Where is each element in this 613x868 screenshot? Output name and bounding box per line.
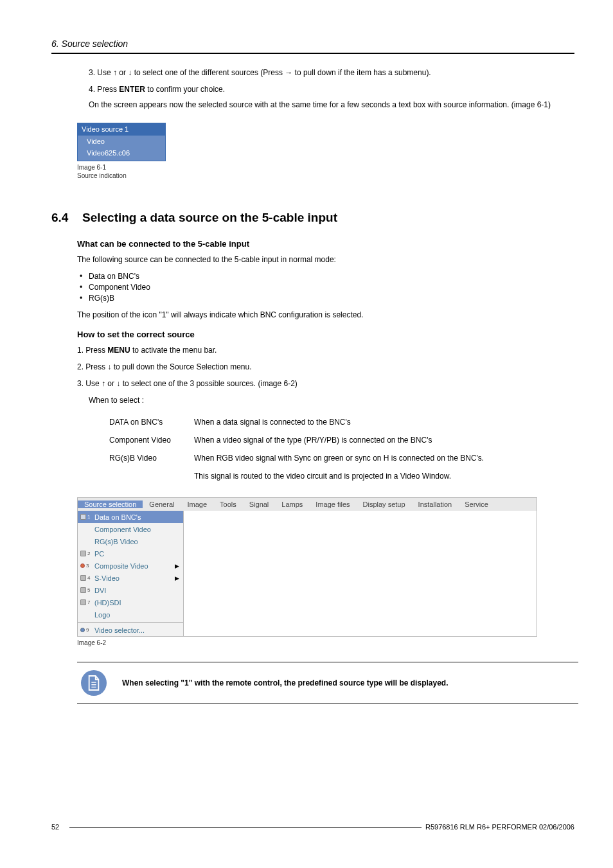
diagram-line-1: Video	[78, 136, 165, 147]
how-steps: 1. Press MENU to activate the menu bar. …	[77, 344, 574, 389]
dd-hdsdi[interactable]: 7 (HD)SDI	[78, 596, 183, 608]
step-4-sub: On the screen appears now the selected s…	[89, 99, 574, 111]
dd-rgsb-video[interactable]: RG(s)B Video	[78, 535, 183, 547]
footer-doc-id: R5976816 RLM R6+ PERFORMER 02/06/2006	[425, 823, 574, 831]
dd-pc[interactable]: 2 PC	[78, 547, 183, 560]
bullet-2: Component Video	[89, 283, 574, 292]
dd-label: (HD)SDI	[94, 599, 179, 607]
subhead-what: What can be connected to the 5-cable inp…	[77, 239, 574, 249]
cell-rgsb-desc: When RGB video signal with Sync on green…	[194, 450, 497, 466]
step-3: 3. Use ↑ or ↓ to select one of the diffe…	[89, 67, 574, 78]
cell-data-bnc: DATA on BNC's	[109, 414, 193, 430]
dd-label: Logo	[94, 611, 179, 619]
dd-label: S-Video	[94, 574, 175, 582]
caption-6-1-desc: Source indication	[77, 172, 127, 179]
steps-continued: 3. Use ↑ or ↓ to select one of the diffe…	[89, 67, 574, 111]
menu-installation[interactable]: Installation	[412, 500, 459, 508]
how-step-3: 3. Use ↑ or ↓ to select one of the 3 pos…	[77, 378, 574, 389]
step-4-enter: ENTER	[119, 85, 145, 94]
what-intro: The following source can be connected to…	[77, 254, 574, 265]
caption-6-1: Image 6-1 Source indication	[77, 164, 574, 180]
how-s1-c: to activate the menu bar.	[130, 346, 217, 355]
dd-video-selector[interactable]: 9 Video selector...	[78, 624, 183, 636]
dd-label: Composite Video	[94, 562, 175, 570]
divider	[51, 53, 574, 54]
heading-title: Selecting a data source on the 5-cable i…	[82, 211, 337, 224]
dd-label: Video selector...	[94, 626, 179, 634]
menu-source-selection[interactable]: Source selection	[78, 500, 143, 508]
how-step-2: 2. Press ↓ to pull down the Source Selec…	[77, 361, 574, 373]
dd-svideo[interactable]: 4 S-Video ▶	[78, 572, 183, 584]
active-dot-icon	[80, 563, 85, 568]
port-icon	[80, 514, 86, 520]
selector-icon	[80, 628, 85, 632]
bullet-3: RG(s)B	[89, 294, 574, 303]
what-bullets: Data on BNC's Component Video RG(s)B	[89, 272, 574, 303]
table-row: DATA on BNC's When a data signal is conn…	[109, 414, 497, 430]
port-icon	[80, 587, 86, 593]
diagram-line-2: Video625.c06	[78, 147, 165, 161]
submenu-arrow-icon: ▶	[175, 575, 179, 581]
menubar: Source selection General Image Tools Sig…	[78, 498, 537, 511]
menu-service[interactable]: Service	[458, 500, 495, 508]
cell-rgsb: RG(s)B Video	[109, 450, 193, 466]
how-s1-menu: MENU	[107, 346, 130, 355]
dd-logo[interactable]: Logo	[78, 608, 183, 621]
dd-composite-video[interactable]: 3 Composite Video ▶	[78, 560, 183, 572]
table-row: This signal is routed to the video circu…	[109, 468, 497, 484]
cell-component-desc: When a video signal of the type (PR/Y/PB…	[194, 432, 497, 448]
table-row: RG(s)B Video When RGB video signal with …	[109, 450, 497, 466]
cell-data-bnc-desc: When a data signal is connected to the B…	[194, 414, 497, 430]
dd-separator	[78, 622, 183, 623]
screenshot-6-2: Source selection General Image Tools Sig…	[77, 497, 537, 637]
when-to-select: When to select :	[89, 394, 574, 406]
menu-signal[interactable]: Signal	[243, 500, 276, 508]
page-number: 52	[51, 823, 59, 831]
cell-component: Component Video	[109, 432, 193, 448]
menu-display-setup[interactable]: Display setup	[357, 500, 412, 508]
diagram-header: Video source 1	[78, 123, 165, 136]
what-after: The position of the icon "1" will always…	[77, 309, 574, 321]
step-4: 4. Press ENTER to confirm your choice. O…	[89, 84, 574, 111]
caption-6-1-label: Image 6-1	[77, 164, 106, 171]
note-icon	[81, 670, 107, 696]
note-text: When selecting "1" with the remote contr…	[122, 678, 448, 687]
dd-label: DVI	[94, 587, 179, 594]
how-s1-a: 1. Press	[77, 346, 107, 355]
subhead-how: How to set the correct source	[77, 330, 574, 339]
page-footer: 52 R5976816 RLM R6+ PERFORMER 02/06/2006	[51, 823, 574, 831]
diagram-source-indication: Video source 1 Video Video625.c06	[77, 123, 166, 161]
dd-label: PC	[94, 550, 179, 558]
bullet-1: Data on BNC's	[89, 272, 574, 281]
dd-component-video[interactable]: Component Video	[78, 523, 183, 535]
source-selection-dropdown: 1 Data on BNC's Component Video RG(s)B V…	[78, 511, 184, 636]
how-step-1: 1. Press MENU to activate the menu bar.	[77, 344, 574, 356]
document-icon	[87, 675, 101, 691]
table-row: Component Video When a video signal of t…	[109, 432, 497, 448]
menu-image-files[interactable]: Image files	[309, 500, 356, 508]
running-head: 6. Source selection	[51, 39, 574, 49]
menu-general[interactable]: General	[143, 500, 181, 508]
port-icon	[80, 551, 86, 556]
port-icon	[80, 599, 86, 605]
footer-rule	[69, 827, 422, 828]
dd-data-on-bnc[interactable]: 1 Data on BNC's	[78, 511, 183, 523]
caption-6-2: Image 6-2	[77, 639, 574, 648]
step-4-a: 4. Press	[89, 85, 119, 94]
menu-image[interactable]: Image	[181, 500, 213, 508]
menu-tools[interactable]: Tools	[213, 500, 243, 508]
submenu-arrow-icon: ▶	[175, 563, 179, 569]
dd-label: Data on BNC's	[94, 513, 179, 521]
dd-label: Component Video	[94, 526, 179, 533]
menu-lamps[interactable]: Lamps	[275, 500, 309, 508]
heading-num: 6.4	[51, 211, 82, 225]
heading-6-4: 6.4Selecting a data source on the 5-cabl…	[51, 211, 574, 225]
dd-dvi[interactable]: 5 DVI	[78, 584, 183, 596]
port-icon	[80, 575, 86, 581]
note-box: When selecting "1" with the remote contr…	[77, 662, 578, 704]
cell-rgsb-desc2: This signal is routed to the video circu…	[194, 468, 497, 484]
source-table: DATA on BNC's When a data signal is conn…	[108, 412, 498, 486]
step-4-c: to confirm your choice.	[145, 85, 225, 94]
dd-label: RG(s)B Video	[94, 538, 179, 545]
